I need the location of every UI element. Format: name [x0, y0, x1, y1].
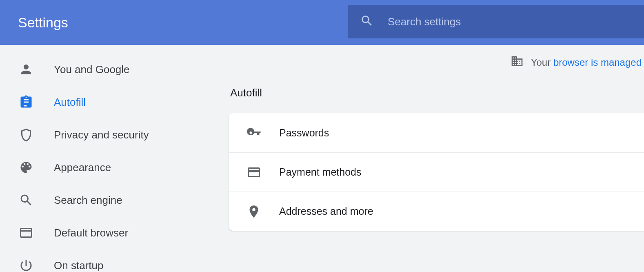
- sidebar-item-label: You and Google: [54, 63, 130, 76]
- sidebar-item-on-startup[interactable]: On startup: [0, 249, 229, 272]
- section-title: Autofill: [229, 87, 644, 99]
- main-content: Your browser is managed Autofill Passwor…: [229, 45, 644, 272]
- card-icon: [246, 165, 261, 180]
- sidebar-item-label: Autofill: [54, 96, 86, 109]
- sidebar: You and Google Autofill Privacy and secu…: [0, 45, 229, 272]
- sidebar-item-default-browser[interactable]: Default browser: [0, 216, 229, 249]
- row-payment-methods[interactable]: Payment methods: [229, 152, 644, 192]
- app-header: Settings: [0, 0, 644, 45]
- page-title: Settings: [18, 15, 68, 31]
- sidebar-item-search-engine[interactable]: Search engine: [0, 184, 229, 216]
- sidebar-item-label: Appearance: [54, 161, 111, 174]
- row-passwords[interactable]: Passwords: [229, 113, 644, 152]
- location-icon: [246, 204, 261, 219]
- managed-text: Your browser is managed: [531, 57, 642, 68]
- row-label: Addresses and more: [279, 205, 373, 217]
- palette-icon: [19, 160, 33, 175]
- organization-icon: [511, 55, 524, 70]
- row-addresses-and-more[interactable]: Addresses and more: [229, 192, 644, 231]
- sidebar-item-appearance[interactable]: Appearance: [0, 151, 229, 184]
- row-label: Payment methods: [279, 166, 362, 178]
- sidebar-item-you-and-google[interactable]: You and Google: [0, 53, 229, 86]
- clipboard-icon: [19, 95, 33, 109]
- search-icon: [360, 14, 374, 29]
- settings-card: Passwords Payment methods Addresses and …: [229, 113, 644, 231]
- key-icon: [246, 125, 261, 140]
- sidebar-item-label: Search engine: [54, 194, 122, 207]
- shield-icon: [19, 127, 33, 142]
- managed-link[interactable]: browser is managed: [553, 57, 642, 68]
- sidebar-item-label: Privacy and security: [54, 129, 149, 141]
- person-icon: [19, 62, 33, 77]
- sidebar-item-label: Default browser: [54, 227, 128, 239]
- search-box[interactable]: [348, 5, 644, 38]
- row-label: Passwords: [279, 127, 329, 139]
- browser-icon: [19, 225, 33, 240]
- sidebar-item-privacy-and-security[interactable]: Privacy and security: [0, 118, 229, 151]
- search-input[interactable]: [374, 5, 644, 38]
- managed-prefix: Your: [531, 57, 553, 68]
- sidebar-item-autofill[interactable]: Autofill: [0, 86, 229, 118]
- power-icon: [19, 258, 33, 272]
- sidebar-item-label: On startup: [54, 259, 103, 272]
- search-icon: [19, 193, 33, 207]
- managed-notice: Your browser is managed: [229, 55, 644, 70]
